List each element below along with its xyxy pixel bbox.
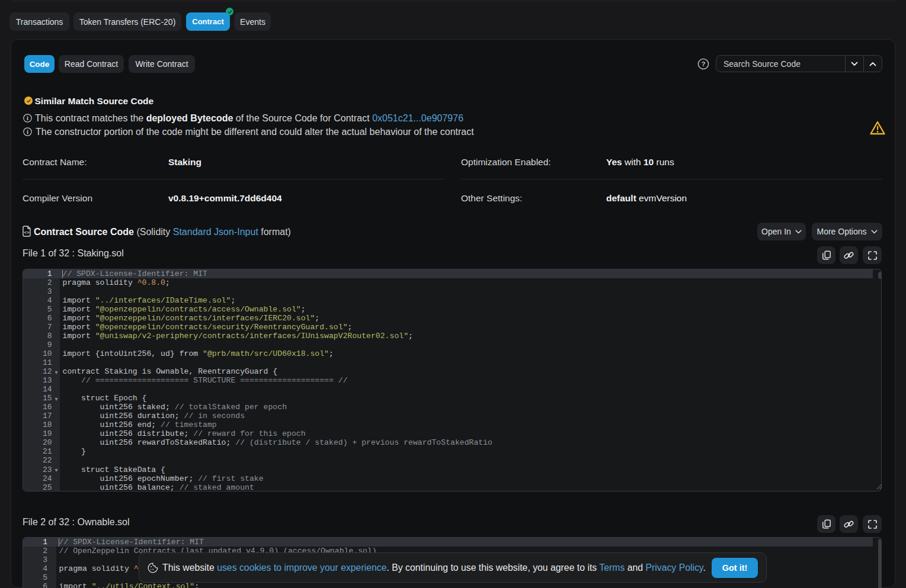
svg-text:i: i: [27, 128, 28, 135]
svg-text:?: ?: [701, 60, 705, 68]
svg-text:<>: <>: [24, 230, 30, 235]
svg-text:i: i: [27, 115, 28, 121]
